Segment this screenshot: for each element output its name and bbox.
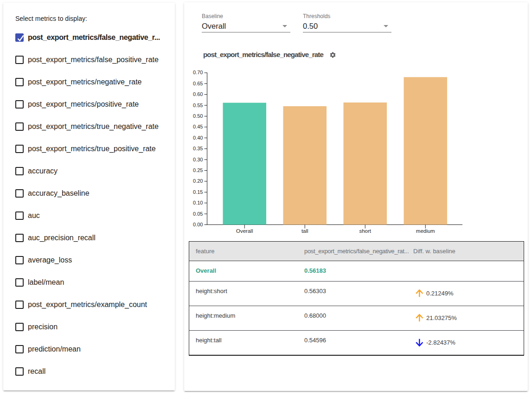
svg-text:0.05: 0.05 [193,211,203,217]
svg-text:0.65: 0.65 [193,81,203,86]
svg-text:tall: tall [301,228,308,234]
svg-text:0.15: 0.15 [193,189,203,195]
svg-text:0.70: 0.70 [193,70,203,75]
svg-text:short: short [359,228,371,234]
svg-text:0.40: 0.40 [193,135,203,141]
svg-text:0.55: 0.55 [193,102,203,108]
svg-text:0.35: 0.35 [193,146,203,151]
svg-text:0.00: 0.00 [193,222,203,227]
svg-text:0.50: 0.50 [193,113,203,119]
svg-text:0.10: 0.10 [193,200,203,205]
svg-text:0.60: 0.60 [193,91,203,97]
svg-text:0.45: 0.45 [193,124,203,129]
svg-text:0.20: 0.20 [193,178,203,184]
svg-text:0.30: 0.30 [193,157,203,162]
svg-text:0.25: 0.25 [193,167,203,173]
svg-text:Overall: Overall [236,228,253,234]
svg-text:medium: medium [416,228,435,234]
